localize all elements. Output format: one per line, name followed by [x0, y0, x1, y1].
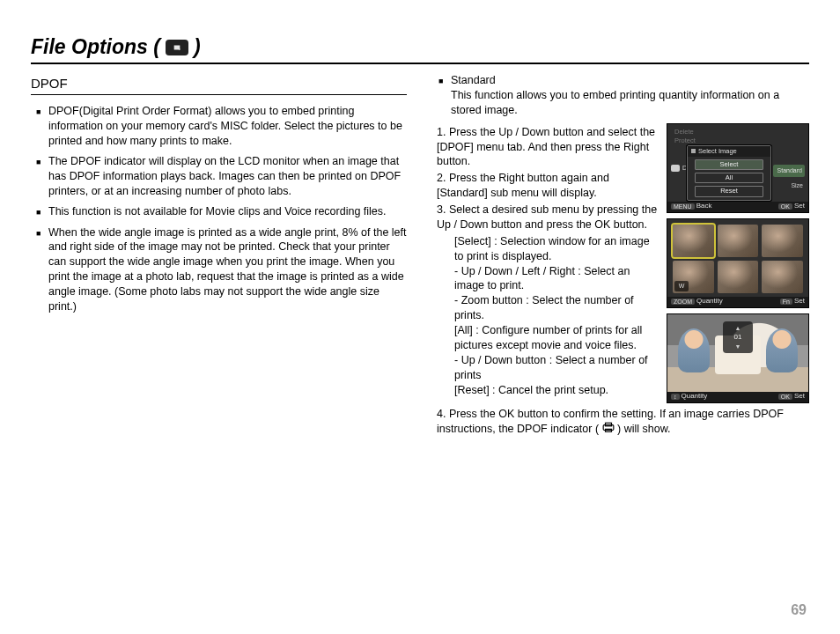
bullet-item: ■ The DPOF indicator will display on the… — [36, 154, 407, 199]
key-menu: MENU — [671, 203, 695, 210]
bullet-marker: ■ — [36, 154, 43, 199]
label-quantity: Quantity — [696, 298, 723, 306]
key-ok: OK — [778, 394, 792, 401]
step-1: 1. Press the Up / Down button and select… — [437, 125, 658, 170]
quantity-value: 01 — [734, 334, 742, 342]
bullet-text: The DPOF indicator will display on the L… — [48, 154, 407, 199]
thumbnail[interactable] — [718, 225, 759, 257]
menu-protect: Protect — [671, 136, 805, 145]
dpof-indicator-icon — [602, 422, 615, 437]
title-suffix: ) — [194, 35, 201, 59]
thumbnail[interactable] — [718, 261, 759, 293]
popup-opt-reset[interactable]: Reset — [695, 186, 763, 196]
screenshots-column: Delete Protect DPOF Select Image Select … — [667, 123, 809, 403]
key-ok: OK — [778, 203, 792, 210]
bullet-marker: ■ — [438, 73, 446, 118]
thumbnail[interactable] — [762, 261, 803, 293]
zoom-badge: W — [674, 281, 689, 291]
bullet-marker: ■ — [36, 225, 43, 314]
chevron-down-icon[interactable]: ▼ — [735, 343, 741, 350]
step-4: 4. Press the OK button to confirm the se… — [437, 407, 809, 437]
page-number: 69 — [791, 602, 807, 618]
step-2: 2. Press the Right button again and [Sta… — [437, 171, 658, 201]
right-column: ■ Standard This function allows you to e… — [433, 73, 809, 439]
bullet-item: ■ When the wide angle image is printed a… — [36, 225, 407, 314]
bullet-text: When the wide angle image is printed as … — [48, 225, 407, 314]
popup-title: Select Image — [698, 148, 737, 155]
bullet-text: DPOF(Digital Print Order Format) allows … — [48, 104, 407, 149]
bullet-marker: ■ — [36, 204, 43, 220]
bullet-item: ■ This function is not available for Mov… — [36, 204, 407, 220]
file-options-icon — [166, 40, 188, 55]
step-3-select: [Select] : Selection window for an image… — [454, 234, 658, 264]
step-3-select-sub: - Up / Down / Left / Right : Select an i… — [454, 264, 658, 294]
section-heading-dpof: DPOF — [31, 75, 407, 95]
key-zoom: ZOOM — [671, 299, 695, 306]
label-back: Back — [696, 203, 712, 210]
steps-text: 1. Press the Up / Down button and select… — [433, 123, 658, 403]
tab-icon — [671, 165, 680, 172]
step-3-all-sub: - Up / Down button : Select a number of … — [454, 353, 658, 383]
menu-delete: Delete — [671, 128, 805, 136]
label-set: Set — [794, 298, 805, 306]
key-updown: ↕ — [671, 394, 680, 401]
right-sub-size: Size — [791, 182, 803, 189]
key-fn: Fn — [780, 299, 792, 306]
standard-intro: This function allows you to embed printi… — [451, 89, 779, 116]
popup-opt-select[interactable]: Select — [695, 159, 763, 170]
standard-heading: ■ Standard This function allows you to e… — [438, 73, 809, 118]
thumbnail[interactable] — [762, 225, 803, 257]
select-image-popup: Select Image Select All Reset — [687, 145, 771, 201]
right-chip-standard: Standard — [773, 165, 805, 177]
thumbnail-selected[interactable] — [673, 225, 714, 257]
title-prefix: File Options ( — [31, 35, 160, 59]
screenshot-quantity: ▲ 01 ▼ ↕Quantity OKSet — [667, 313, 809, 403]
step-3-reset: [Reset] : Cancel the print setup. — [454, 383, 658, 398]
bullet-marker: ■ — [36, 104, 43, 149]
standard-title: Standard — [451, 74, 496, 86]
bullet-item: ■ DPOF(Digital Print Order Format) allow… — [36, 104, 407, 149]
screenshot-thumbnails: W ZOOMQuantity FnSet — [667, 218, 809, 308]
label-set: Set — [794, 393, 805, 401]
popup-opt-all[interactable]: All — [695, 173, 763, 183]
step-3-all: [All] : Configure number of prints for a… — [454, 323, 658, 353]
label-set: Set — [794, 203, 805, 210]
step-3: 3. Select a desired sub menu by pressing… — [437, 203, 658, 232]
step-4b: ) will show. — [617, 423, 670, 435]
screenshot-menu: Delete Protect DPOF Select Image Select … — [667, 123, 809, 213]
chevron-up-icon[interactable]: ▲ — [735, 325, 741, 331]
quantity-stepper[interactable]: ▲ 01 ▼ — [723, 321, 753, 354]
step-3-zoom: - Zoom button : Select the number of pri… — [454, 293, 658, 323]
left-column: DPOF ■ DPOF(Digital Print Order Format) … — [31, 73, 407, 439]
bullet-text: This function is not available for Movie… — [48, 204, 407, 220]
label-quantity: Quantity — [682, 393, 708, 401]
page-title: File Options ( ) — [31, 35, 809, 64]
